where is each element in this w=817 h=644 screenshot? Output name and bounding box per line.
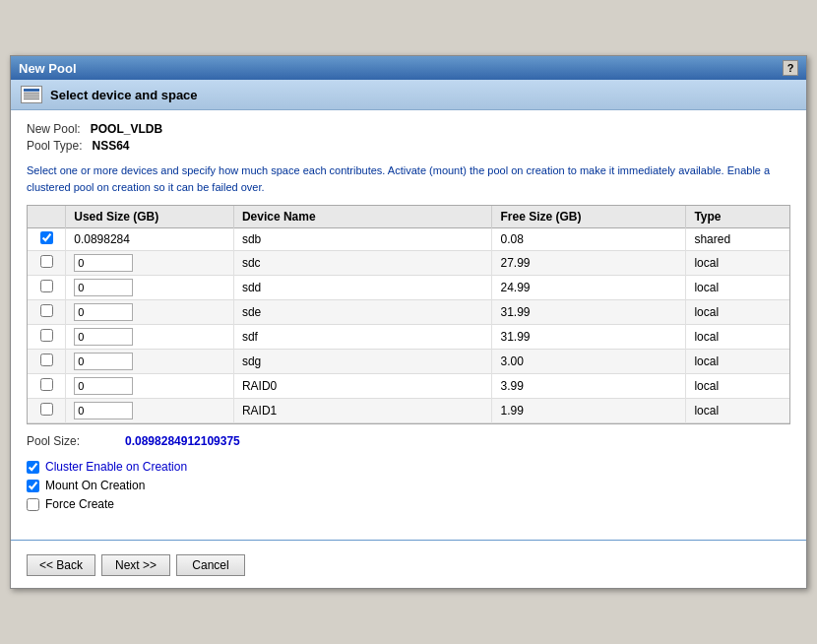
row-device-cell: sdc [233, 251, 492, 276]
table-row: sdc27.99local [28, 251, 789, 276]
table-row: sdg3.00local [28, 350, 789, 374]
force-create-row: Force Create [27, 497, 790, 511]
row-type-cell: local [686, 350, 789, 374]
table-row: sdd24.99local [28, 276, 789, 300]
description-text: Select one or more devices and specify h… [27, 162, 790, 195]
svg-rect-1 [24, 93, 39, 94]
row-device-cell: RAID1 [233, 399, 492, 423]
row-type-cell: local [686, 399, 789, 423]
content-area: New Pool: POOL_VLDB Pool Type: NSS64 Sel… [11, 110, 806, 528]
row-free-cell: 0.08 [492, 228, 686, 251]
back-button[interactable]: << Back [27, 554, 95, 576]
row-free-cell: 24.99 [492, 276, 686, 300]
row-select-checkbox[interactable] [40, 378, 53, 391]
button-row: << Back Next >> Cancel [11, 548, 806, 588]
section-title: Select device and space [50, 88, 198, 102]
row-free-cell: 1.99 [492, 399, 686, 423]
pool-type-value: NSS64 [93, 139, 130, 153]
row-select-checkbox[interactable] [40, 231, 53, 244]
pool-type-row: Pool Type: NSS64 [27, 139, 790, 153]
table-header-row: Used Size (GB) Device Name Free Size (GB… [28, 206, 789, 228]
bottom-divider [11, 540, 806, 541]
used-size-input[interactable] [74, 353, 133, 370]
mount-on-creation-checkbox[interactable] [27, 480, 39, 492]
section-header: Select device and space [11, 80, 806, 110]
row-checkbox-cell [28, 325, 66, 350]
row-free-cell: 31.99 [492, 325, 686, 350]
help-button[interactable]: ? [783, 60, 798, 76]
section-icon [21, 86, 42, 103]
used-size-input[interactable] [74, 303, 133, 321]
row-free-cell: 3.00 [492, 350, 686, 374]
table-row: 0.0898284sdb0.08shared [28, 228, 789, 251]
col-header-device: Device Name [233, 206, 492, 228]
row-checkbox-cell [28, 374, 66, 399]
force-create-checkbox[interactable] [27, 498, 39, 511]
cluster-enable-checkbox[interactable] [27, 461, 39, 474]
row-checkbox-cell [28, 350, 66, 374]
cluster-enable-label[interactable]: Cluster Enable on Creation [45, 460, 187, 474]
row-checkbox-cell [28, 251, 66, 276]
used-value: 0.0898284 [74, 232, 130, 246]
row-used-cell: 0.0898284 [66, 228, 234, 251]
used-size-input[interactable] [74, 279, 133, 296]
row-device-cell: sdg [233, 350, 492, 374]
row-select-checkbox[interactable] [40, 280, 53, 292]
used-size-input[interactable] [74, 328, 133, 346]
table-row: sdf31.99local [28, 325, 789, 350]
mount-on-creation-label[interactable]: Mount On Creation [45, 479, 145, 492]
row-used-cell [66, 325, 234, 350]
col-header-type: Type [686, 206, 789, 228]
row-checkbox-cell [28, 228, 66, 251]
row-used-cell [66, 300, 234, 325]
svg-rect-3 [24, 97, 39, 97]
row-used-cell [66, 251, 234, 276]
row-type-cell: local [686, 276, 789, 300]
new-pool-dialog: New Pool ? Select device and space New P… [10, 55, 807, 589]
pool-size-row: Pool Size: 0.0898284912109375 [27, 434, 790, 448]
new-pool-value: POOL_VLDB [91, 122, 162, 136]
table-row: RAID11.99local [28, 399, 789, 423]
row-used-cell [66, 374, 234, 399]
row-select-checkbox[interactable] [40, 304, 53, 317]
col-header-free: Free Size (GB) [492, 206, 686, 228]
col-header-check [28, 206, 66, 228]
row-select-checkbox[interactable] [40, 329, 53, 342]
new-pool-label: New Pool: [27, 122, 81, 136]
svg-rect-2 [24, 95, 39, 96]
row-device-cell: sdd [233, 276, 492, 300]
used-size-input[interactable] [74, 254, 133, 272]
used-size-input[interactable] [74, 377, 133, 395]
row-type-cell: local [686, 374, 789, 399]
used-size-input[interactable] [74, 402, 133, 419]
table-row: RAID03.99local [28, 374, 789, 399]
row-select-checkbox[interactable] [40, 255, 53, 268]
row-checkbox-cell [28, 300, 66, 325]
row-used-cell [66, 399, 234, 423]
col-header-used: Used Size (GB) [66, 206, 234, 228]
row-device-cell: RAID0 [233, 374, 492, 399]
pool-type-label: Pool Type: [27, 139, 82, 153]
row-checkbox-cell [28, 399, 66, 423]
mount-on-creation-row: Mount On Creation [27, 479, 790, 492]
svg-rect-4 [24, 98, 39, 99]
row-select-checkbox[interactable] [40, 403, 53, 416]
row-used-cell [66, 350, 234, 374]
row-type-cell: shared [686, 228, 789, 251]
new-pool-row: New Pool: POOL_VLDB [27, 122, 790, 136]
row-used-cell [66, 276, 234, 300]
row-device-cell: sdb [233, 228, 492, 251]
cancel-button[interactable]: Cancel [176, 554, 245, 576]
force-create-label[interactable]: Force Create [45, 497, 114, 511]
title-bar: New Pool ? [11, 56, 806, 80]
row-select-checkbox[interactable] [40, 354, 53, 366]
row-device-cell: sdf [233, 325, 492, 350]
row-device-cell: sde [233, 300, 492, 325]
device-table: Used Size (GB) Device Name Free Size (GB… [28, 206, 789, 423]
row-free-cell: 31.99 [492, 300, 686, 325]
cluster-enable-row: Cluster Enable on Creation [27, 460, 790, 474]
row-free-cell: 3.99 [492, 374, 686, 399]
pool-size-label: Pool Size: [27, 434, 105, 448]
next-button[interactable]: Next >> [101, 554, 170, 576]
row-type-cell: local [686, 251, 789, 276]
